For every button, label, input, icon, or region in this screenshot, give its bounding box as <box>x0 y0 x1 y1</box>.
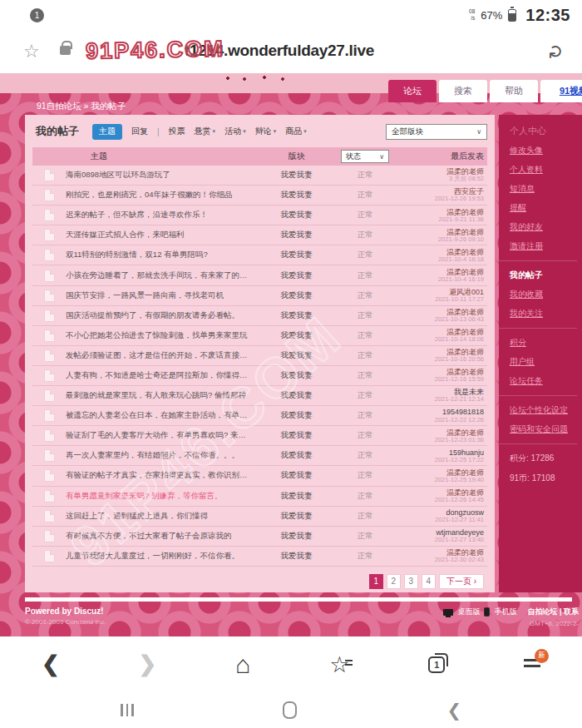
topic-forum-link[interactable]: 我爱我妻 <box>257 170 336 181</box>
page-button-3[interactable]: 3 <box>404 574 418 589</box>
topic-forum-link[interactable]: 我爱我妻 <box>257 270 336 281</box>
filter-tab-商品[interactable]: 商品▾ <box>285 126 307 137</box>
page-button-2[interactable]: 2 <box>387 574 401 589</box>
forum-filter-select[interactable]: 全部版块 ∨ <box>386 124 487 140</box>
status-filter-select[interactable]: 状态 ∨ <box>341 150 389 163</box>
topic-forum-link[interactable]: 我爱我妻 <box>257 450 336 461</box>
topic-title-link[interactable]: 人妻有狗，不知道是哈士奇还是阿拉斯加，你懂得? 必看 <box>66 370 257 381</box>
topic-title-link[interactable]: 迟来的帖子，但不缺席，沿途寻欢作乐！ <box>66 210 257 220</box>
topic-title-link[interactable]: 刚拍完，也是刚搞完，04年妹子很嫩的！你细品 <box>66 190 257 201</box>
nav-tab-帮助[interactable]: 帮助 <box>490 80 538 102</box>
lock-icon[interactable] <box>60 46 71 55</box>
status-bar: 1 08/s 67% 12:35 <box>0 0 582 30</box>
sidebar-item-提醒[interactable]: 提醒 <box>510 202 577 214</box>
topic-title-link[interactable]: 再一次人妻家里约，有结婚照片，不信你看。。。 <box>66 450 257 461</box>
topic-forum-link[interactable]: 我爱我妻 <box>257 470 336 481</box>
sidebar-item-我的好友[interactable]: 我的好友 <box>510 221 577 233</box>
topic-forum-link[interactable]: 我爱我妻 <box>257 390 336 401</box>
topic-status: 正常 <box>336 230 394 240</box>
filter-tab-活动[interactable]: 活动▾ <box>224 126 246 137</box>
nav-tab-论坛[interactable]: 论坛 <box>388 80 436 102</box>
refresh-icon[interactable]: ↻ <box>545 44 567 59</box>
sidebar-item-激请注册[interactable]: 激请注册 <box>510 240 577 252</box>
bookmarks-icon[interactable]: ☆ <box>329 651 349 678</box>
topic-title-link[interactable]: 双11特别的特别激情，双12 有单男陪吗? <box>66 250 257 260</box>
topic-forum-link[interactable]: 我爱我妻 <box>257 410 336 421</box>
sidebar-item-用户组[interactable]: 用户组 <box>510 356 577 368</box>
bookmark-star-icon[interactable]: ☆ <box>23 41 40 62</box>
menu-icon[interactable]: 新 <box>524 659 540 671</box>
topic-title-link[interactable]: 不小心把她老公拍进去了惊险刺激，找单男来家里玩 <box>66 330 257 341</box>
page-button-1[interactable]: 1 <box>369 574 383 589</box>
sidebar-item-论坛个性化设定[interactable]: 论坛个性化设定 <box>510 404 577 416</box>
topic-title-link[interactable]: 国庆节安排，一路风景一路向南，寻找老司机 <box>66 290 257 301</box>
nav-tab-91视频[interactable]: 91视频 <box>540 80 582 102</box>
topic-title-link[interactable]: 小孩在旁边睡着了，那就去洗手间玩，有来家了的叔叔吗? <box>66 270 257 281</box>
topic-forum-link[interactable]: 我爱我妻 <box>257 190 336 201</box>
tab-switcher-icon[interactable]: 1 <box>428 656 445 673</box>
next-page-button[interactable]: 下一页 › <box>439 574 484 589</box>
system-home-icon[interactable] <box>283 701 297 719</box>
topic-title-link[interactable]: 最刺激的就是家里玩，有人敢来玩心跳吗? 偷情那种 <box>66 390 257 401</box>
topic-title-link[interactable]: 验证刮了毛的人妻客厅大动作，有单男喜欢吗? 来来来看 <box>66 430 257 441</box>
topic-title-link[interactable]: 海南0898地区可以环岛游玩了 <box>66 170 257 181</box>
back-icon[interactable]: ❮ <box>42 651 60 677</box>
mobile-version-link[interactable]: 手机版 <box>494 607 516 617</box>
topic-status: 正常 <box>336 330 394 341</box>
filter-tab-回复[interactable]: 回复 <box>131 126 148 137</box>
topic-title-link[interactable]: 发帖必须验证图，这才是信任的开始，不废话直接上图 <box>66 350 257 361</box>
home-icon[interactable]: ⌂ <box>235 652 250 677</box>
topic-title-link[interactable]: 天涯传媒正式招人合作，来吧福利 <box>66 230 257 240</box>
sidebar-item-个人资料[interactable]: 个人资料 <box>510 164 577 176</box>
filter-tab-辩论[interactable]: 辩论▾ <box>255 126 277 137</box>
topic-forum-link[interactable]: 我爱我妻 <box>257 250 336 260</box>
topic-forum-link[interactable]: 我爱我妻 <box>257 511 336 522</box>
topic-forum-link[interactable]: 我爱我妻 <box>257 531 336 542</box>
lastpost-time: 2021-10-4 16:19 <box>394 276 484 283</box>
sidebar-item-我的收藏[interactable]: 我的收藏 <box>510 289 577 300</box>
topic-forum-link[interactable]: 我爱我妻 <box>257 491 336 502</box>
lastpost-author-link[interactable]: 1954981818 <box>394 408 484 416</box>
topic-forum-link[interactable]: 我爱我妻 <box>257 430 336 441</box>
sidebar-item-我的帖子[interactable]: 我的帖子 <box>510 270 577 281</box>
recents-icon[interactable] <box>121 704 134 716</box>
document-icon <box>44 469 55 482</box>
system-back-icon[interactable]: ❮ <box>446 701 461 721</box>
topic-forum-link[interactable]: 我爱我妻 <box>257 290 336 301</box>
topic-title-link[interactable]: 这回赶上了，遇到猛虎上道具，你们懂得 <box>66 511 257 522</box>
filter-tab-悬赏[interactable]: 悬赏▾ <box>195 126 216 137</box>
topic-title-link[interactable]: 国庆活动提前预约了，有假期的朋友请务必看帖。 <box>66 310 257 321</box>
site-name-link[interactable]: 自拍论坛 | 联系 <box>527 607 579 617</box>
topic-title-link[interactable]: 有验证的帖子才真实，在家拍得更真实，教你识别假夫妻。 <box>66 470 257 481</box>
sidebar-item-短消息[interactable]: 短消息 <box>510 183 577 195</box>
topic-title-link[interactable]: 有时候真不方便，不过大家看了帖子会原谅我的 <box>66 531 257 542</box>
topic-title-link[interactable]: 有单男愿意到家里来吗? 别嫌弃，等你留言。 <box>66 491 257 502</box>
sidebar-item-论坛任务[interactable]: 论坛任务 <box>510 375 577 387</box>
topic-forum-link[interactable]: 我爱我妻 <box>257 310 336 321</box>
topic-forum-link[interactable]: 我爱我妻 <box>257 210 336 220</box>
sidebar-item-我的关注[interactable]: 我的关注 <box>510 308 577 319</box>
sidebar-item-密码和安全问题[interactable]: 密码和安全问题 <box>510 423 577 435</box>
topic-forum-link[interactable]: 我爱我妻 <box>257 370 336 381</box>
page-button-4[interactable]: 4 <box>422 574 436 589</box>
sidebar-stat: 91币: 17108 <box>510 473 577 484</box>
breadcrumb[interactable]: 91自拍论坛 » 我的帖子 <box>37 101 126 112</box>
topic-icon-cell <box>32 469 66 482</box>
nav-tab-搜索[interactable]: 搜索 <box>439 80 487 102</box>
table-row: 儿童节我陪大儿童度过，一切刚刚好，不信你看。我爱我妻正常温柔的老师2021-12… <box>32 547 487 567</box>
sidebar-item-积分[interactable]: 积分 <box>510 337 577 349</box>
lastpost-time: 2021-10-14 18:06 <box>394 336 484 343</box>
table-row: 这回赶上了，遇到猛虎上道具，你们懂得我爱我妻正常dongzuosw2021-12… <box>32 507 487 527</box>
powered-by[interactable]: Powered by Discuz! <box>25 607 106 616</box>
topic-forum-link[interactable]: 我爱我妻 <box>257 551 336 562</box>
topic-title-link[interactable]: 被遗忘的人妻老公在日本，在她家主卧活动，有单男约吗? <box>66 410 257 421</box>
forward-icon[interactable]: ❯ <box>139 651 157 677</box>
sidebar-item-修改头像[interactable]: 修改头像 <box>510 145 577 156</box>
topic-forum-link[interactable]: 我爱我妻 <box>257 330 336 341</box>
filter-tab-主题[interactable]: 主题 <box>92 124 122 140</box>
topic-forum-link[interactable]: 我爱我妻 <box>257 350 336 361</box>
topic-forum-link[interactable]: 我爱我妻 <box>257 230 336 240</box>
desktop-version-link[interactable]: 桌面版 <box>457 607 480 617</box>
filter-tab-投票[interactable]: 投票 <box>169 126 185 137</box>
topic-title-link[interactable]: 儿童节我陪大儿童度过，一切刚刚好，不信你看。 <box>66 551 257 562</box>
